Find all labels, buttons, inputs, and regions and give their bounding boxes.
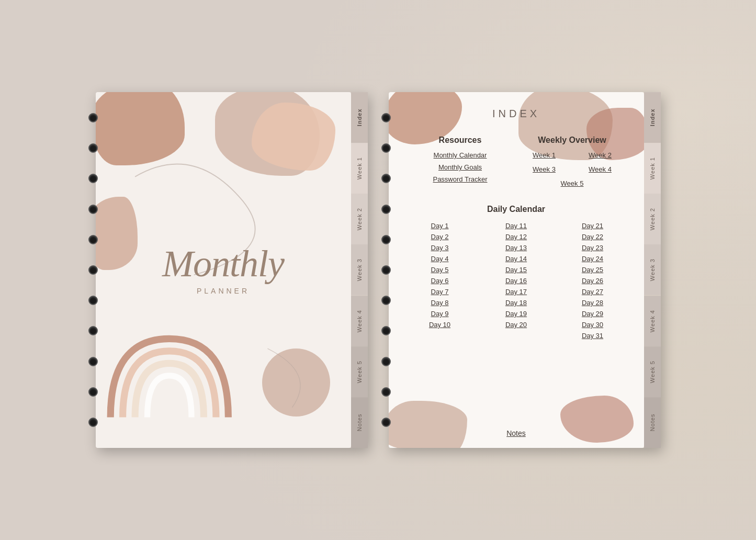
day-link[interactable]: Day 12 bbox=[505, 233, 527, 241]
spiral-hole bbox=[381, 418, 391, 427]
day-link[interactable]: Day 21 bbox=[582, 222, 603, 230]
day-link[interactable]: Day 7 bbox=[431, 288, 449, 296]
week3-link[interactable]: Week 3 bbox=[522, 165, 567, 173]
day-link[interactable]: Day 14 bbox=[505, 255, 527, 263]
spiral-hole bbox=[88, 113, 98, 122]
password-tracker-link[interactable]: Password Tracker bbox=[410, 175, 511, 183]
day-link[interactable]: Day 25 bbox=[582, 266, 603, 274]
spiral-hole bbox=[381, 357, 391, 366]
cover-title: Monthly bbox=[162, 245, 284, 283]
day-link[interactable]: Day 23 bbox=[582, 244, 603, 252]
spiral-hole bbox=[88, 265, 98, 275]
spiral-hole bbox=[381, 205, 391, 214]
spiral-hole bbox=[88, 326, 98, 335]
spiral-hole bbox=[88, 143, 98, 153]
day-link[interactable]: Day 28 bbox=[582, 299, 603, 307]
tab-week5[interactable]: Week 5 bbox=[351, 346, 368, 397]
day-link[interactable]: Day 27 bbox=[582, 288, 603, 296]
day-link[interactable]: Day 15 bbox=[505, 266, 527, 274]
tab-week3[interactable]: Week 3 bbox=[351, 244, 368, 295]
day-link[interactable]: Day 8 bbox=[431, 299, 449, 307]
spiral-hole bbox=[381, 296, 391, 305]
day-link[interactable]: Day 20 bbox=[505, 321, 527, 329]
day-link[interactable]: Day 17 bbox=[505, 288, 527, 296]
spiral-hole bbox=[88, 387, 98, 397]
week1-link[interactable]: Week 1 bbox=[522, 151, 567, 159]
tab-week2[interactable]: Week 2 bbox=[351, 194, 368, 244]
monthly-goals-link[interactable]: Monthly Goals bbox=[410, 163, 511, 171]
spiral-hole bbox=[381, 235, 391, 244]
resources-heading: Resources bbox=[410, 136, 511, 145]
week2-link[interactable]: Week 2 bbox=[578, 151, 623, 159]
spiral-hole bbox=[381, 387, 391, 397]
spiral-hole bbox=[381, 113, 391, 122]
right-book: INDEX Resources Monthly Calendar Monthly… bbox=[389, 92, 661, 448]
day-link[interactable]: Day 10 bbox=[429, 321, 450, 329]
weekly-overview-column: Weekly Overview Week 1 Week 2 Week 3 Wee… bbox=[522, 136, 623, 192]
day-link[interactable]: Day 4 bbox=[431, 255, 449, 263]
spiral-hole bbox=[381, 174, 391, 183]
spiral-hole bbox=[88, 174, 98, 183]
tab-week3-right[interactable]: Week 3 bbox=[644, 244, 661, 295]
tab-week2-right[interactable]: Week 2 bbox=[644, 194, 661, 244]
spiral-hole bbox=[88, 418, 98, 427]
day-link[interactable]: Day 31 bbox=[582, 332, 603, 340]
index-columns: Resources Monthly Calendar Monthly Goals… bbox=[410, 136, 623, 192]
index-content: INDEX Resources Monthly Calendar Monthly… bbox=[389, 92, 644, 448]
daily-calendar-section: Daily Calendar Day 1 Day 11 Day 21 Day 2… bbox=[410, 205, 623, 340]
day-link[interactable]: Day 6 bbox=[431, 277, 449, 285]
day-link[interactable]: Day 5 bbox=[431, 266, 449, 274]
cover-page: Monthly PLANNER bbox=[96, 92, 351, 448]
tab-week1-right[interactable]: Week 1 bbox=[644, 143, 661, 194]
spiral-hole bbox=[381, 143, 391, 153]
tab-index-right[interactable]: Index bbox=[644, 92, 661, 143]
spiral-hole bbox=[381, 326, 391, 335]
left-spirals bbox=[88, 113, 98, 427]
day-link[interactable]: Day 30 bbox=[582, 321, 603, 329]
spiral-hole bbox=[88, 235, 98, 244]
left-book: Monthly PLANNER Index Week 1 Week 2 Week… bbox=[96, 92, 368, 448]
day-link[interactable]: Day 2 bbox=[431, 233, 449, 241]
day-link[interactable]: Day 29 bbox=[582, 310, 603, 318]
week4-link[interactable]: Week 4 bbox=[578, 165, 623, 173]
day-link[interactable]: Day 1 bbox=[431, 222, 449, 230]
tab-week4-right[interactable]: Week 4 bbox=[644, 296, 661, 346]
monthly-calendar-link[interactable]: Monthly Calendar bbox=[410, 151, 511, 159]
cover-subtitle: PLANNER bbox=[162, 287, 284, 295]
scene: Monthly PLANNER Index Week 1 Week 2 Week… bbox=[54, 61, 703, 479]
day-link[interactable]: Day 11 bbox=[505, 222, 527, 230]
tab-notes[interactable]: Notes bbox=[351, 397, 368, 448]
day-link[interactable]: Day 26 bbox=[582, 277, 603, 285]
weekly-grid: Week 1 Week 2 Week 3 Week 4 Week 5 bbox=[522, 151, 623, 192]
tab-index[interactable]: Index bbox=[351, 92, 368, 143]
daily-calendar-heading: Daily Calendar bbox=[410, 205, 623, 214]
resources-column: Resources Monthly Calendar Monthly Goals… bbox=[410, 136, 511, 192]
spiral-hole bbox=[88, 357, 98, 366]
daily-grid: Day 1 Day 11 Day 21 Day 2 Day 12 Day 22 … bbox=[410, 222, 623, 340]
tab-week1[interactable]: Week 1 bbox=[351, 143, 368, 194]
day-link[interactable]: Day 13 bbox=[505, 244, 527, 252]
week5-link[interactable]: Week 5 bbox=[522, 179, 623, 187]
left-tabs-sidebar: Index Week 1 Week 2 Week 3 Week 4 Week 5… bbox=[351, 92, 368, 448]
index-title: INDEX bbox=[410, 108, 623, 120]
day-link[interactable]: Day 3 bbox=[431, 244, 449, 252]
day-link[interactable]: Day 19 bbox=[505, 310, 527, 318]
notes-link[interactable]: Notes bbox=[410, 424, 623, 437]
index-page: INDEX Resources Monthly Calendar Monthly… bbox=[389, 92, 644, 448]
right-spirals bbox=[381, 113, 391, 427]
weekly-overview-heading: Weekly Overview bbox=[522, 136, 623, 145]
spiral-hole bbox=[381, 265, 391, 275]
tab-notes-right[interactable]: Notes bbox=[644, 397, 661, 448]
day-link[interactable]: Day 16 bbox=[505, 277, 527, 285]
tab-week5-right[interactable]: Week 5 bbox=[644, 346, 661, 397]
tab-week4[interactable]: Week 4 bbox=[351, 296, 368, 346]
day-link[interactable]: Day 22 bbox=[582, 233, 603, 241]
cover-text: Monthly PLANNER bbox=[162, 245, 284, 295]
spiral-hole bbox=[88, 296, 98, 305]
day-link[interactable]: Day 18 bbox=[505, 299, 527, 307]
day-link[interactable]: Day 9 bbox=[431, 310, 449, 318]
right-tabs-sidebar: Index Week 1 Week 2 Week 3 Week 4 Week 5… bbox=[644, 92, 661, 448]
day-link[interactable]: Day 24 bbox=[582, 255, 603, 263]
spiral-hole bbox=[88, 205, 98, 214]
